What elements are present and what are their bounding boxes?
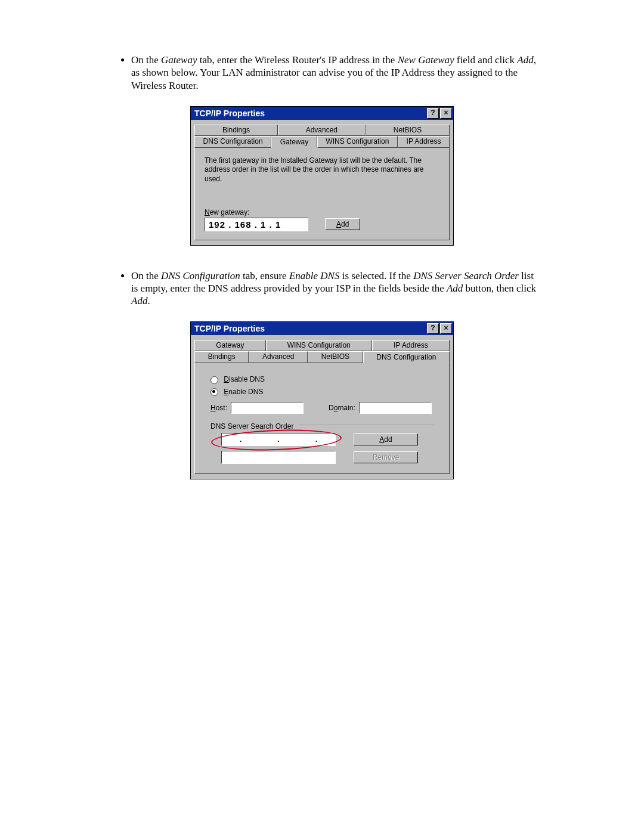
radio-checked-icon [210, 388, 218, 396]
host-input[interactable] [231, 402, 304, 414]
instruction-bullet-2: On the DNS Configuration tab, ensure Ena… [131, 270, 537, 308]
tab-dns-configuration[interactable]: DNS Configuration [194, 136, 271, 148]
radio-icon [210, 376, 218, 384]
tab-advanced[interactable]: Advanced [278, 125, 366, 136]
tab-advanced[interactable]: Advanced [249, 351, 308, 363]
domain-label: Domain: [329, 404, 355, 412]
tab-ip-address[interactable]: IP Address [372, 340, 450, 351]
add-button[interactable]: Add [354, 433, 418, 445]
host-label: Host: [210, 404, 227, 412]
remove-button: Remove [354, 451, 418, 463]
gateway-description: The first gateway in the Installed Gatew… [205, 156, 439, 184]
help-icon[interactable]: ? [427, 108, 439, 119]
tab-bindings[interactable]: Bindings [194, 351, 249, 363]
instruction-bullet-1: On the Gateway tab, enter the Wireless R… [131, 54, 537, 92]
tcpip-properties-dialog-dns: TCP/IP Properties ? × GatewayWINS Config… [190, 321, 454, 479]
dialog-title: TCP/IP Properties [194, 109, 265, 118]
tab-gateway[interactable]: Gateway [194, 340, 266, 351]
domain-input[interactable] [359, 402, 432, 414]
new-gateway-ip-input[interactable]: 192 . 168 . 1 . 1 [205, 218, 308, 231]
dns-search-order-label: DNS Server Search Order [210, 422, 293, 431]
dns-server-list[interactable] [221, 451, 336, 464]
titlebar: TCP/IP Properties ? × [191, 322, 453, 335]
titlebar: TCP/IP Properties ? × [191, 107, 453, 120]
tab-ip-address[interactable]: IP Address [398, 136, 450, 148]
tab-gateway[interactable]: Gateway [271, 136, 317, 148]
tab-dns-configuration[interactable]: DNS Configuration [363, 351, 450, 363]
tab-netbios[interactable]: NetBIOS [366, 125, 450, 136]
tab-wins-configuration[interactable]: WINS Configuration [317, 136, 398, 148]
new-gateway-label: New gateway: [205, 208, 439, 216]
tab-netbios[interactable]: NetBIOS [308, 351, 363, 363]
dialog-title: TCP/IP Properties [194, 324, 265, 333]
help-icon[interactable]: ? [427, 323, 439, 334]
tab-bindings[interactable]: Bindings [194, 125, 278, 136]
enable-dns-radio[interactable]: Enable DNS [210, 388, 434, 396]
disable-dns-radio[interactable]: Disable DNS [210, 375, 434, 383]
tab-wins-configuration[interactable]: WINS Configuration [266, 340, 372, 351]
tcpip-properties-dialog-gateway: TCP/IP Properties ? × BindingsAdvancedNe… [190, 106, 454, 246]
add-button[interactable]: Add [325, 218, 360, 230]
close-icon[interactable]: × [440, 108, 452, 119]
dns-ip-input[interactable]: . . . [221, 433, 336, 446]
close-icon[interactable]: × [440, 323, 452, 334]
